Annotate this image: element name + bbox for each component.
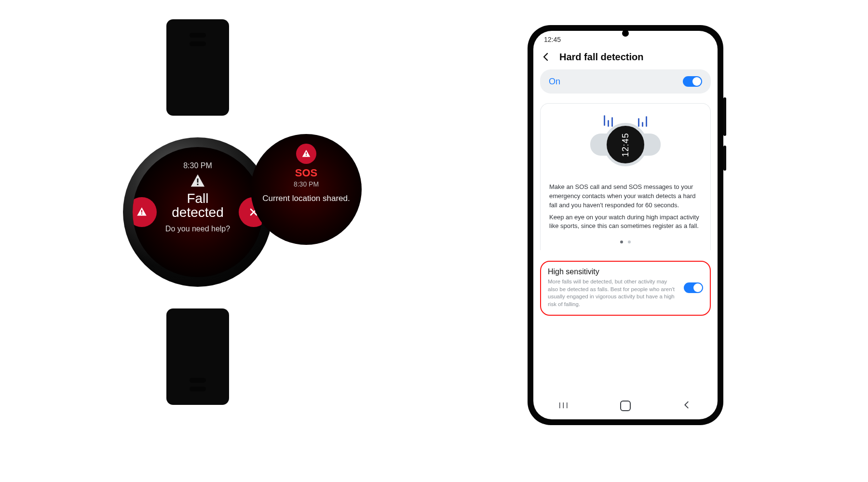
phone-screen: 12:45 Hard fall detection On: [533, 31, 718, 419]
smartwatch-sos-confirm: SOS 8:30 PM Current location shared.: [251, 134, 362, 245]
phone-side-button: [723, 97, 726, 136]
phone-device: 12:45 Hard fall detection On: [528, 25, 723, 425]
svg-rect-2: [141, 210, 142, 213]
back-nav-button[interactable]: [681, 400, 692, 412]
alert-icon: [296, 144, 316, 164]
status-time: 12:45: [544, 36, 561, 43]
svg-rect-5: [306, 155, 307, 156]
page-indicator[interactable]: [620, 241, 631, 243]
back-button[interactable]: [540, 51, 552, 63]
watch-case: 8:30 PM Fall detected Do you need help?: [123, 137, 272, 287]
watch-time: 8:30 PM: [133, 161, 263, 170]
high-sensitivity-toggle[interactable]: [684, 282, 703, 293]
toggle-state-label: On: [549, 77, 560, 87]
illustration-time: 12:45: [620, 133, 630, 157]
sos-message: Current location shared.: [251, 194, 362, 203]
toggle-switch[interactable]: [683, 76, 702, 87]
svg-rect-4: [306, 152, 307, 154]
page-dot: [628, 241, 631, 243]
page-title: Hard fall detection: [559, 52, 643, 63]
page-dot-active: [620, 241, 623, 243]
high-sensitivity-description: More falls will be detected, but other a…: [548, 278, 677, 308]
recents-button[interactable]: III: [559, 402, 570, 410]
sos-label: SOS: [251, 167, 362, 179]
feature-description: Make an SOS call and send SOS messages t…: [549, 183, 702, 234]
sos-time: 8:30 PM: [251, 180, 362, 188]
info-card: 12:45 Make an SOS call and send SOS mess…: [540, 103, 711, 250]
nav-bar: III: [533, 392, 718, 419]
hard-fall-detection-toggle-row[interactable]: On: [540, 69, 711, 94]
watch-band-bottom: [166, 308, 229, 405]
watch-illustration: 12:45: [589, 113, 662, 176]
phone-side-button: [723, 146, 726, 171]
alert-icon: [190, 173, 206, 189]
high-sensitivity-title: High sensitivity: [548, 268, 677, 276]
smartwatch-fall-detected: 8:30 PM Fall detected Do you need help?: [121, 58, 275, 366]
watch-screen: 8:30 PM Fall detected Do you need help?: [133, 147, 263, 277]
svg-rect-1: [197, 184, 199, 185]
svg-rect-0: [197, 178, 199, 183]
front-camera: [622, 30, 629, 37]
home-button[interactable]: [620, 401, 631, 411]
need-help-prompt: Do you need help?: [133, 225, 263, 233]
high-sensitivity-row[interactable]: High sensitivity More falls will be dete…: [540, 261, 711, 316]
watch-band-top: [166, 19, 229, 116]
svg-rect-3: [141, 214, 142, 214]
